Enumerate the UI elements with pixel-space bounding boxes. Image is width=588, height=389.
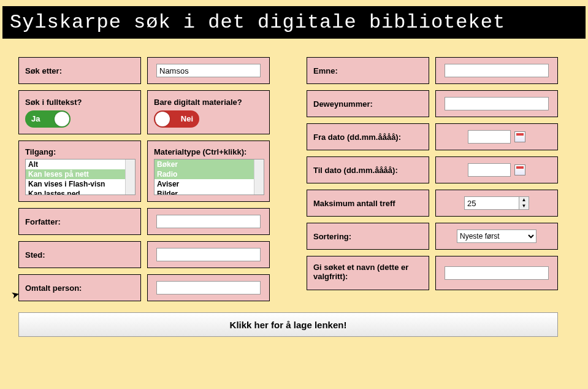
label-forfatter: Forfatter:: [18, 208, 141, 235]
list-item[interactable]: Kan vises i Flash-visn: [26, 179, 135, 189]
input-fra-dato[interactable]: [468, 130, 511, 144]
input-sok-etter[interactable]: [156, 64, 261, 77]
input-emne[interactable]: [445, 64, 549, 77]
label-sok-etter: Søk etter:: [18, 57, 141, 84]
toggle-digitalt[interactable]: Nei: [154, 110, 199, 128]
list-item[interactable]: Kan leses på nett: [26, 169, 135, 179]
label-emne: Emne:: [307, 57, 429, 84]
search-form: Søk etter: Søk i fulltekst? Ja Bare digi…: [0, 39, 588, 343]
label-materialtype-text: Materialtype (Ctrl+klikk):: [154, 147, 263, 156]
calendar-icon[interactable]: [514, 131, 525, 142]
label-fulltekst-text: Søk i fulltekst?: [25, 98, 134, 107]
scrollbar[interactable]: [125, 160, 135, 194]
label-fra-dato: Fra dato (dd.mm.åååå):: [307, 123, 429, 150]
input-omtalt[interactable]: [156, 281, 261, 295]
label-digitalt-text: Bare digitalt materiale?: [154, 98, 263, 107]
list-item[interactable]: Kan lastes ned: [26, 189, 135, 195]
select-sortering[interactable]: Nyeste først: [457, 229, 536, 243]
list-item[interactable]: Bilder: [155, 189, 264, 195]
label-tilgang: Tilgang: Alt Kan leses på nett Kan vises…: [18, 141, 141, 202]
stepper-buttons[interactable]: ▲▼: [519, 196, 529, 210]
toggle-knob: [55, 112, 69, 126]
label-fulltekst: Søk i fulltekst? Ja: [18, 90, 141, 134]
input-navn[interactable]: [445, 266, 549, 280]
label-omtalt: Omtalt person:: [18, 274, 141, 301]
label-digitalt: Bare digitalt materiale? Nei: [147, 90, 270, 134]
list-item[interactable]: Aviser: [155, 179, 264, 189]
toggle-digitalt-text: Nei: [181, 114, 193, 123]
label-maks: Maksimum antall treff: [307, 190, 429, 217]
label-dewey: Deweynummer:: [307, 90, 429, 117]
list-item[interactable]: Radio: [155, 169, 264, 179]
label-sortering: Sortering:: [307, 223, 429, 250]
input-maks[interactable]: [464, 196, 519, 210]
toggle-fulltekst-text: Ja: [31, 114, 40, 123]
label-til-dato: Til dato (dd.mm.åååå):: [307, 156, 429, 183]
input-dewey[interactable]: [445, 97, 549, 110]
scrollbar[interactable]: [254, 160, 264, 194]
list-item[interactable]: Alt: [26, 160, 135, 169]
input-til-dato[interactable]: [468, 163, 511, 177]
list-item[interactable]: Bøker: [155, 160, 264, 169]
listbox-materialtype[interactable]: Bøker Radio Aviser Bilder: [154, 159, 264, 195]
chevron-down-icon[interactable]: ▼: [519, 203, 529, 209]
chevron-up-icon[interactable]: ▲: [519, 197, 529, 203]
submit-button[interactable]: Klikk her for å lage lenken!: [18, 312, 558, 337]
toggle-knob: [155, 112, 170, 126]
input-sted[interactable]: [156, 248, 261, 261]
listbox-tilgang[interactable]: Alt Kan leses på nett Kan vises i Flash-…: [25, 159, 136, 195]
label-tilgang-text: Tilgang:: [25, 147, 134, 156]
label-sted: Sted:: [18, 241, 141, 268]
toggle-fulltekst[interactable]: Ja: [25, 110, 71, 128]
page-title: Sylskarpe søk i det digitale biblioteket: [2, 6, 586, 39]
input-forfatter[interactable]: [156, 215, 261, 228]
label-navn: Gi søket et navn (dette er valgfritt):: [307, 256, 429, 290]
calendar-icon[interactable]: [514, 164, 525, 175]
label-materialtype: Materialtype (Ctrl+klikk): Bøker Radio A…: [147, 141, 270, 202]
